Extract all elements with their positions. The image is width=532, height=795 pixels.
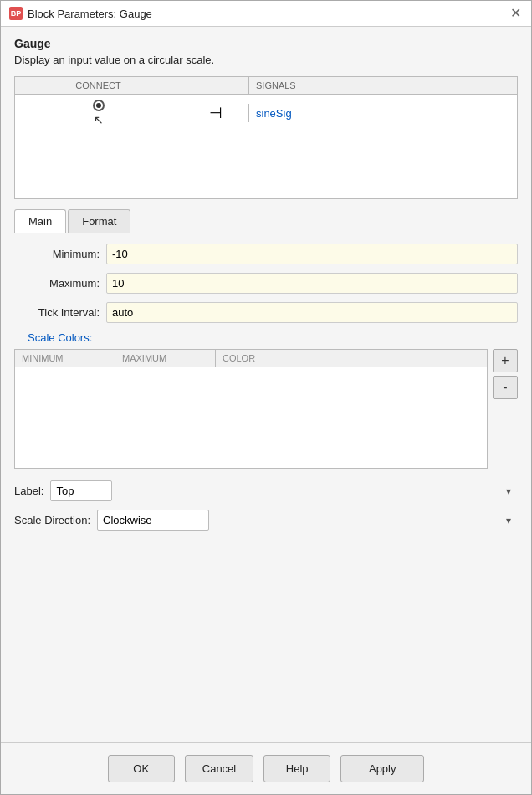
col-connect-header: CONNECT <box>15 77 182 94</box>
main-window: BP Block Parameters: Gauge ✕ Gauge Displ… <box>0 0 532 795</box>
tick-label: Tick Interval: <box>14 306 106 319</box>
remove-scale-button[interactable]: - <box>493 376 518 399</box>
radio-cursor: ↖ <box>93 100 105 126</box>
tick-input[interactable] <box>106 302 518 323</box>
signal-row: ↖ ⊣ sineSig <box>15 95 517 131</box>
cancel-button[interactable]: Cancel <box>185 755 253 782</box>
tabs-row: Main Format <box>14 209 518 233</box>
signal-name-cell[interactable]: sineSig <box>249 102 517 125</box>
window-icon: BP <box>9 7 23 20</box>
label-dropdown-wrapper: Top Bottom Left Right None <box>50 480 518 501</box>
title-bar: BP Block Parameters: Gauge ✕ <box>1 1 531 27</box>
signal-connect-cell[interactable]: ↖ <box>15 95 182 131</box>
label-row: Label: Top Bottom Left Right None <box>14 480 518 501</box>
label-label: Label: <box>14 485 43 497</box>
window-icon-text: BP <box>11 9 22 18</box>
tab-format[interactable]: Format <box>68 209 130 233</box>
minimum-label: Minimum: <box>14 248 106 260</box>
minimum-row: Minimum: <box>14 244 518 264</box>
scale-buttons: + - <box>493 349 518 469</box>
add-scale-button[interactable]: + <box>493 349 518 372</box>
col-signals-header: SIGNALS <box>249 77 517 94</box>
window-title: Block Parameters: Gauge <box>28 8 152 20</box>
maximum-input[interactable] <box>106 273 518 294</box>
scale-dir-label: Scale Direction: <box>14 514 90 526</box>
col-min-header: MINIMUM <box>15 350 115 367</box>
scale-colors-label: Scale Colors: <box>28 331 92 344</box>
scale-dir-row: Scale Direction: Clockwise Counterclockw… <box>14 510 518 531</box>
main-tab-content: Minimum: Maximum: Tick Interval: Scale C… <box>14 244 518 732</box>
ok-button[interactable]: OK <box>108 755 175 782</box>
scale-dir-dropdown-wrapper: Clockwise Counterclockwise <box>97 510 518 531</box>
close-button[interactable]: ✕ <box>508 6 523 21</box>
cursor-icon: ↖ <box>94 113 104 126</box>
scale-colors-table: MINIMUM MAXIMUM COLOR <box>14 349 488 469</box>
scale-colors-header: MINIMUM MAXIMUM COLOR <box>15 350 487 367</box>
scale-dir-dropdown[interactable]: Clockwise Counterclockwise <box>97 510 209 531</box>
col-middle-header <box>182 77 249 94</box>
signal-middle-cell: ⊣ <box>182 104 249 122</box>
bottom-buttons: OK Cancel Help Apply <box>1 742 531 794</box>
tab-main[interactable]: Main <box>14 209 66 233</box>
signal-table: CONNECT SIGNALS ↖ ⊣ sineSig <box>14 76 518 199</box>
scale-colors-container: MINIMUM MAXIMUM COLOR + - <box>14 349 518 469</box>
col-max-header: MAXIMUM <box>115 350 216 367</box>
tick-row: Tick Interval: <box>14 302 518 323</box>
scale-colors-body <box>15 367 487 468</box>
signal-arrow-icon: ⊣ <box>209 104 223 122</box>
block-description: Display an input value on a circular sca… <box>14 54 518 66</box>
apply-button[interactable]: Apply <box>340 755 424 782</box>
block-title: Gauge <box>14 37 518 50</box>
minimum-input[interactable] <box>106 244 518 264</box>
signal-table-empty-area <box>15 131 517 198</box>
title-bar-left: BP Block Parameters: Gauge <box>9 7 152 20</box>
window-body: Gauge Display an input value on a circul… <box>1 27 531 742</box>
radio-button[interactable] <box>93 100 105 111</box>
help-button[interactable]: Help <box>263 755 330 782</box>
maximum-row: Maximum: <box>14 273 518 294</box>
label-dropdown[interactable]: Top Bottom Left Right None <box>50 480 112 501</box>
col-color-header: COLOR <box>216 350 487 367</box>
scale-colors-section: Scale Colors: <box>28 331 518 344</box>
signal-table-header: CONNECT SIGNALS <box>15 77 517 95</box>
maximum-label: Maximum: <box>14 277 106 290</box>
